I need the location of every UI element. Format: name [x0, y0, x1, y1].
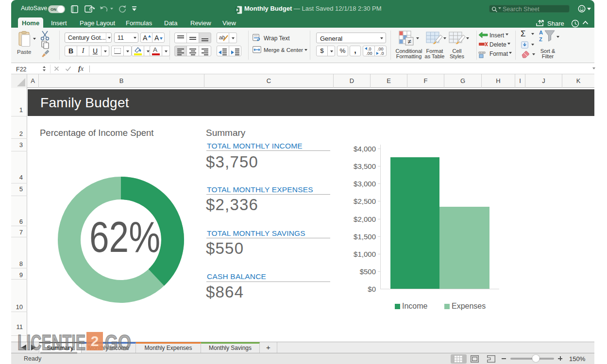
svg-text:X: X — [236, 8, 239, 12]
svg-text:≠: ≠ — [407, 38, 411, 45]
